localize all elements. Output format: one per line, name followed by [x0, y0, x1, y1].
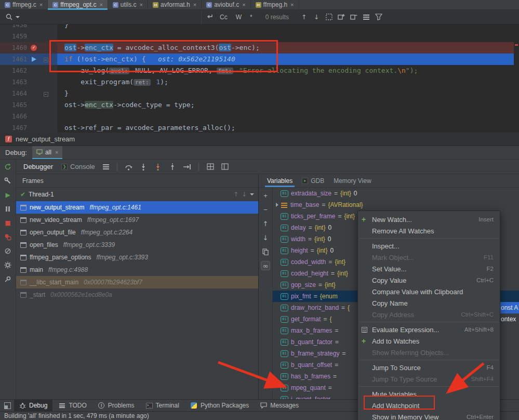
line-number[interactable]: 1464 [0, 88, 27, 99]
editor-tab-ffmpeg_opt.c[interactable]: Cffmpeg_opt.c× [48, 0, 108, 9]
close-tab-icon[interactable]: × [99, 2, 102, 8]
toolwindow-tab-todo[interactable]: TODO [54, 400, 91, 411]
menu-item-copy-value[interactable]: Copy ValueCtrl+C [358, 274, 500, 286]
menu-item-inspect[interactable]: Inspect... [358, 240, 500, 252]
stack-frame-row[interactable]: ffmpeg_parse_optionsffmpeg_opt.c:3393 [16, 251, 258, 264]
copy-icon[interactable] [261, 247, 270, 256]
variable-row[interactable]: time_base = {AVRational} [273, 199, 519, 211]
code-text[interactable] [57, 31, 64, 42]
exclude-occurrence-button[interactable] [349, 12, 358, 22]
run-to-cursor-icon[interactable] [182, 162, 192, 172]
tab-debugger[interactable]: Debugger [21, 163, 55, 170]
code-text[interactable]: ost->enc_ctx = avcodec_alloc_context3(os… [57, 42, 260, 54]
tab-console[interactable]: ❯ Console [59, 163, 97, 170]
filter-lines-icon[interactable] [362, 12, 371, 22]
menu-item-add-to-watches[interactable]: +Add to Watches [358, 335, 500, 347]
stack-frame-row[interactable]: new_output_streamffmpeg_opt.c:1461 [16, 201, 258, 214]
line-number[interactable]: 1462 [0, 65, 27, 76]
fold-minus-icon[interactable]: − [44, 92, 48, 97]
menu-item-copy-name[interactable]: Copy Name [358, 297, 500, 309]
step-into-icon[interactable] [138, 162, 149, 172]
editor-scrollbar[interactable] [514, 24, 519, 133]
tab-memory-view[interactable]: Memory View [329, 174, 375, 187]
regex-toggle[interactable]: * [247, 12, 255, 22]
view-breakpoints-button[interactable] [4, 233, 12, 241]
toolwindow-switcher-icon[interactable] [4, 402, 11, 409]
filter-funnel-icon[interactable] [374, 12, 383, 22]
stack-frame-row[interactable]: _start0x0000562e1ecd8e0a [16, 288, 258, 301]
previous-occurrence-button[interactable]: ↑ [299, 12, 309, 22]
tab-variables[interactable]: Variables [263, 174, 297, 187]
fold-minus-icon[interactable]: − [44, 58, 48, 62]
line-number[interactable]: 1461 [0, 54, 27, 65]
debug-session-tab[interactable]: all × [32, 146, 62, 159]
expand-chevron-icon[interactable] [276, 203, 278, 207]
line-number[interactable]: 1466 [0, 111, 27, 122]
menu-item-jump-to-source[interactable]: Jump To SourceF4 [358, 362, 500, 373]
breakpoint-dot[interactable]: ✓ [31, 45, 37, 51]
toolwindow-tab-terminal[interactable]: >_Terminal [141, 400, 184, 411]
line-number[interactable]: 1465 [0, 99, 27, 111]
menu-item-evaluate-expression[interactable]: Evaluate Expression...Alt+Shift+8 [358, 324, 500, 335]
view-grid-icon[interactable] [205, 162, 216, 172]
line-number[interactable]: 1467 [0, 122, 27, 133]
close-tab-icon[interactable]: × [140, 2, 143, 8]
move-watch-up-icon[interactable]: ↑ [261, 219, 270, 228]
breakpoint-icon[interactable]: ✓ [27, 45, 41, 51]
newline-icon[interactable] [205, 12, 214, 22]
close-tab-icon[interactable]: × [290, 2, 294, 8]
code-text[interactable]: exit_program(ret: 1); [57, 76, 168, 88]
remove-watch-icon[interactable]: − [261, 205, 270, 214]
stack-frame-row[interactable]: open_filesffmpeg_opt.c:3339 [16, 239, 258, 251]
stack-frame-row[interactable]: new_video_streamffmpeg_opt.c:1697 [16, 214, 258, 226]
stack-frame-row[interactable]: __libc_start_main0x00007fb294623bf7 [16, 276, 258, 288]
breadcrumb-function-name[interactable]: new_output_stream [16, 135, 75, 143]
close-tab-icon[interactable]: × [242, 2, 245, 8]
editor-tab-ffmpeg.c[interactable]: Cffmpeg.c× [0, 0, 48, 9]
resume-button[interactable]: ▶ [4, 191, 12, 199]
toolwindow-tab-problems[interactable]: !Problems [93, 400, 140, 411]
pin-icon[interactable] [4, 275, 12, 283]
code-text[interactable]: } [57, 24, 69, 31]
code-text[interactable]: ost->ref_par = avcodec_parameters_alloc(… [57, 122, 235, 133]
editor-tab-ffmpeg.h[interactable]: Hffmpeg.h× [251, 0, 299, 9]
line-number[interactable]: 1460 [0, 42, 27, 54]
fold-marker[interactable]: − [41, 88, 51, 99]
menu-item-compare-value-with-clipboard[interactable]: Compare Value with Clipboard [358, 286, 500, 297]
view-columns-icon[interactable] [220, 162, 230, 172]
code-text[interactable] [57, 111, 64, 122]
fold-marker[interactable]: − [41, 54, 51, 65]
whole-words-toggle[interactable]: W [233, 12, 244, 22]
toolwindow-tab-debug[interactable]: Debug [14, 400, 52, 411]
select-all-occurrences-button[interactable] [324, 12, 334, 22]
line-number[interactable]: 1459 [0, 31, 27, 42]
code-text[interactable]: av_log(avcl: NULL, AV_LOG_ERROR, fmt: "E… [57, 65, 418, 76]
mute-breakpoints-button[interactable] [4, 247, 12, 255]
frame-down-icon[interactable]: ↓ [242, 191, 247, 198]
frame-up-icon[interactable]: ↑ [233, 191, 238, 198]
toolwindow-tab-python-packages[interactable]: Python Packages [185, 400, 254, 411]
settings-gear-icon[interactable] [4, 261, 12, 269]
wrench-icon[interactable] [4, 177, 12, 185]
code-editor[interactable]: 1458}14591460✓ost->enc_ctx = avcodec_all… [0, 24, 519, 133]
layout-menu-icon[interactable] [101, 162, 111, 172]
step-over-icon[interactable] [124, 162, 134, 172]
menu-item-mute-variables[interactable]: Mute Variables [358, 388, 500, 400]
stop-button[interactable]: ■ [4, 219, 12, 227]
line-number[interactable]: 1458 [0, 24, 27, 31]
rerun-button[interactable] [4, 163, 12, 171]
tab-gdb[interactable]: ▸GDB [298, 174, 328, 187]
thread-dropdown-caret-icon[interactable] [250, 193, 254, 195]
menu-item-set-value[interactable]: Set Value...F2 [358, 263, 500, 274]
code-text[interactable]: if (!ost->enc_ctx) { ost: 0x562e21195140 [57, 54, 235, 65]
toolwindow-tab-messages[interactable]: Messages [255, 400, 304, 411]
match-case-toggle[interactable]: Cc [217, 12, 230, 22]
show-watches-icon[interactable]: ∞ [261, 261, 270, 270]
code-text[interactable]: ost->enc_ctx->codec_type = type; [57, 99, 194, 111]
code-text[interactable]: } [57, 88, 69, 99]
stack-frame-row[interactable]: mainffmpeg.c:4988 [16, 264, 258, 276]
close-session-icon[interactable]: × [55, 149, 58, 155]
editor-tab-utils.c[interactable]: Cutils.c× [108, 0, 148, 9]
close-tab-icon[interactable]: × [193, 2, 196, 8]
menu-item-new-watch[interactable]: +New Watch...Insert [358, 214, 500, 225]
